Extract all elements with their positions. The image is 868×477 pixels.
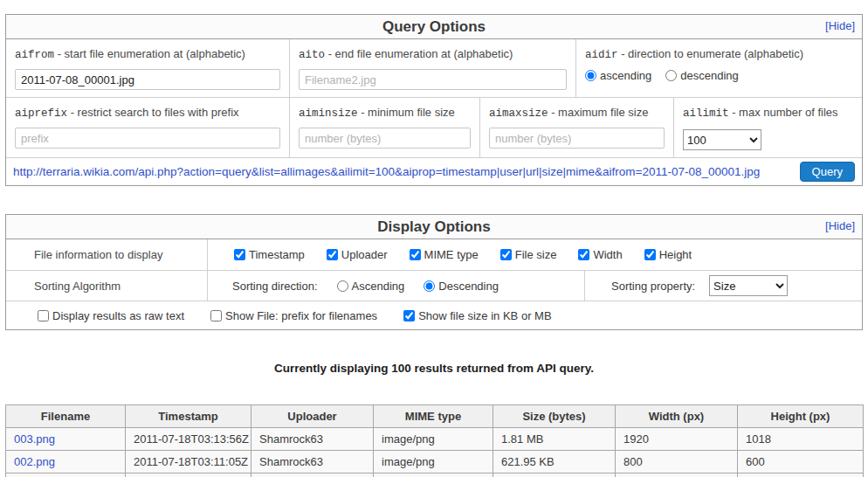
aidir-desc: - direction to enumerate (alphabetic) <box>618 47 803 60</box>
table-row: 002.png 2011-07-18T03:11:05Z Shamrock63 … <box>6 451 864 474</box>
query-button[interactable]: Query <box>800 162 855 182</box>
output-options-group: Display results as raw text Show File: p… <box>6 309 552 322</box>
aidir-descending-radio[interactable] <box>665 70 677 81</box>
height-checkbox-item[interactable]: Height <box>644 248 692 261</box>
sorting-direction-group: Sorting direction: Ascending Descending <box>208 271 585 301</box>
sorting-property-select[interactable]: Size <box>709 275 788 296</box>
aidir-ascending-radio[interactable] <box>585 70 596 81</box>
file-size-checkbox-item[interactable]: File size <box>500 248 557 261</box>
aidir-label: aidir - direction to enumerate (alphabet… <box>585 47 853 61</box>
mime-type-checkbox-item[interactable]: MIME type <box>410 248 479 261</box>
api-url-link[interactable]: http://terraria.wikia.com/api.php?action… <box>13 165 800 178</box>
aimaxsize-field: aimaxsize - maximum file size <box>479 98 673 157</box>
query-options-panel: Query Options [Hide] aifrom - start file… <box>5 14 863 186</box>
raw-text-checkbox-item[interactable]: Display results as raw text <box>38 309 184 322</box>
ailimit-code: ailimit <box>683 107 729 120</box>
timestamp-checkbox-item[interactable]: Timestamp <box>234 248 305 261</box>
aidir-descending-option[interactable]: descending <box>665 69 739 82</box>
results-table: Filename Timestamp Uploader MIME type Si… <box>5 404 864 477</box>
sorting-direction-label: Sorting direction: <box>232 280 318 293</box>
ailimit-select[interactable]: 100 <box>683 129 761 150</box>
timestamp-cell: 2011-08-02T00:12:10Z <box>126 474 251 477</box>
query-options-hide-link[interactable]: [Hide] <box>825 19 855 32</box>
sort-ascending-radio[interactable] <box>337 280 348 292</box>
timestamp-cell: 2011-07-18T03:11:05Z <box>126 451 251 474</box>
sorting-algorithm-label: Sorting Algorithm <box>6 271 208 301</box>
file-size-checkbox[interactable] <box>500 249 512 260</box>
page: Query Options [Hide] aifrom - start file… <box>0 0 868 477</box>
ailimit-field: ailimit - max number of files 100 <box>673 98 862 157</box>
timestamp-checkbox[interactable] <box>234 249 245 260</box>
width-checkbox-item[interactable]: Width <box>578 248 622 261</box>
aifrom-input[interactable] <box>15 69 280 90</box>
file-size-checkbox-label: File size <box>515 248 557 261</box>
aimaxsize-input[interactable] <box>489 128 665 149</box>
aito-label: aito - end file enumeration at (alphabet… <box>299 47 567 61</box>
mime-cell: image/png <box>374 451 493 474</box>
uploader-cell: Shamrock63 <box>251 428 374 451</box>
table-row: 2011-07-07_00008.jpg 2011-08-02T00:12:10… <box>6 474 864 477</box>
aidir-field: aidir - direction to enumerate (alphabet… <box>575 39 862 97</box>
kb-mb-checkbox-item[interactable]: Show file size in KB or MB <box>403 309 551 322</box>
sort-descending-option[interactable]: Descending <box>424 280 499 293</box>
aifrom-field: aifrom - start file enumeration at (alph… <box>6 39 289 97</box>
aito-input[interactable] <box>299 69 567 90</box>
display-options-header: Display Options [Hide] <box>6 215 862 239</box>
col-header-filename: Filename <box>6 405 126 428</box>
aiprefix-field: aiprefix - restrict search to files with… <box>6 98 289 157</box>
aiprefix-input[interactable] <box>15 128 280 149</box>
width-cell: 1680 <box>616 474 738 477</box>
table-row: 003.png 2011-07-18T03:13:56Z Shamrock63 … <box>6 428 864 451</box>
timestamp-checkbox-label: Timestamp <box>249 248 305 261</box>
uploader-checkbox[interactable] <box>327 249 338 260</box>
aidir-ascending-label: ascending <box>600 69 651 82</box>
kb-mb-checkbox[interactable] <box>403 310 415 321</box>
sorting-property-group: Sorting property: Size <box>585 275 862 296</box>
col-header-size: Size (bytes) <box>493 405 616 428</box>
size-cell: 513.17 KB <box>493 474 616 477</box>
aiprefix-desc: - restrict search to files with prefix <box>67 106 239 119</box>
uploader-checkbox-label: Uploader <box>341 248 388 261</box>
height-cell: 988 <box>738 474 864 477</box>
height-cell: 1018 <box>738 428 864 451</box>
aiminsize-code: aiminsize <box>299 107 358 120</box>
filename-cell: 002.png <box>6 451 126 474</box>
aifrom-code: aifrom <box>15 49 54 61</box>
aiminsize-field: aiminsize - minimum file size <box>289 98 479 157</box>
sorting-property-label: Sorting property: <box>611 280 695 293</box>
file-prefix-checkbox[interactable] <box>210 310 222 321</box>
col-header-width: Width (px) <box>616 405 738 428</box>
size-cell: 1.81 MB <box>493 428 616 451</box>
mime-type-checkbox[interactable] <box>410 249 421 260</box>
api-url-row: http://terraria.wikia.com/api.php?action… <box>6 158 862 185</box>
mime-type-checkbox-label: MIME type <box>424 248 479 261</box>
file-info-checkbox-group: Timestamp Uploader MIME type File size W… <box>208 248 862 261</box>
ailimit-desc: - max number of files <box>729 106 838 119</box>
width-checkbox[interactable] <box>578 249 589 260</box>
output-options-row: Display results as raw text Show File: p… <box>6 301 862 329</box>
uploader-cell: Shamrock63 <box>251 451 374 474</box>
aiprefix-code: aiprefix <box>15 107 67 120</box>
uploader-checkbox-item[interactable]: Uploader <box>327 248 388 261</box>
sorting-row: Sorting Algorithm Sorting direction: Asc… <box>6 270 862 301</box>
height-cell: 600 <box>738 451 864 474</box>
height-checkbox-label: Height <box>659 248 692 261</box>
aimaxsize-code: aimaxsize <box>489 107 548 120</box>
aidir-radio-group: ascending descending <box>585 69 853 82</box>
sort-ascending-option[interactable]: Ascending <box>337 280 405 293</box>
aidir-descending-label: descending <box>680 69 739 82</box>
sort-descending-radio[interactable] <box>424 280 435 292</box>
file-prefix-checkbox-label: Show File: prefix for filenames <box>225 309 377 322</box>
raw-text-checkbox[interactable] <box>38 310 49 321</box>
height-checkbox[interactable] <box>644 249 656 260</box>
file-prefix-checkbox-item[interactable]: Show File: prefix for filenames <box>210 309 377 322</box>
display-options-hide-link[interactable]: [Hide] <box>825 219 855 232</box>
width-cell: 1920 <box>616 428 738 451</box>
aiminsize-input[interactable] <box>299 128 471 149</box>
filename-link[interactable]: 002.png <box>14 455 55 468</box>
aiminsize-label: aiminsize - minimum file size <box>299 106 471 120</box>
results-status-message: Currently displaying 100 results returne… <box>5 362 863 375</box>
width-checkbox-label: Width <box>593 248 622 261</box>
aidir-ascending-option[interactable]: ascending <box>585 69 651 82</box>
filename-link[interactable]: 003.png <box>14 432 55 446</box>
